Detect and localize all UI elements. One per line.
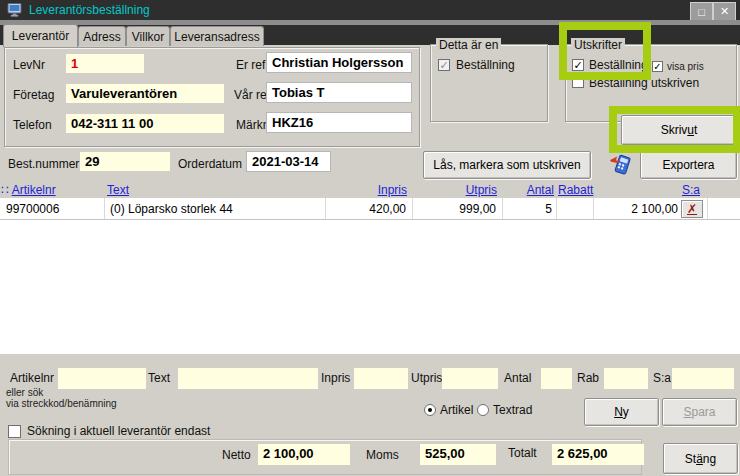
las-markera-button[interactable]: Lås, markera som utskriven: [423, 151, 591, 179]
ny-button[interactable]: Ny: [584, 398, 659, 426]
var-ref-field[interactable]: Tobias T: [266, 82, 412, 103]
foretag-label: Företag: [13, 88, 54, 102]
entry-artikelnr-field[interactable]: [58, 368, 146, 389]
skriv-ut-label-post: t: [694, 123, 697, 137]
orderdatum-field[interactable]: 2021-03-14: [246, 151, 331, 172]
levnr-label: LevNr: [13, 58, 45, 72]
check-icon: ✓: [573, 60, 582, 71]
window-titlebar[interactable]: Leverantörsbeställning: [0, 0, 740, 20]
netto-field: 2 100,00: [258, 444, 350, 465]
delete-row-icon[interactable]: ✗: [681, 200, 703, 218]
entry-text-label: Text: [148, 371, 170, 385]
exportera-button[interactable]: Exportera: [640, 151, 737, 179]
textrad-radio-label: Textrad: [493, 403, 532, 417]
column-header-artikelnr[interactable]: ∷Artikelnr: [0, 183, 105, 197]
cell-sa: 2 100,00 ✗: [594, 198, 708, 219]
entry-utpris-field[interactable]: [442, 368, 498, 389]
entry-inpris-field[interactable]: [354, 368, 408, 389]
app-icon: [7, 3, 23, 17]
stang-label-pre: St: [685, 452, 696, 466]
window-title: Leverantörsbeställning: [29, 3, 150, 17]
skriv-ut-label-pre: Skriv: [661, 123, 688, 137]
telefon-label: Telefon: [13, 118, 52, 132]
table-body-area: [0, 198, 740, 354]
stang-label-post: ng: [703, 452, 716, 466]
textrad-radio[interactable]: [477, 404, 489, 416]
bestallning-disabled-label: Beställning: [456, 58, 515, 72]
markn-field[interactable]: HKZ16: [266, 112, 412, 133]
entry-artikelnr-label: Artikelnr: [10, 371, 54, 385]
foretag-field[interactable]: Varuleverantören: [66, 84, 224, 103]
er-ref-field[interactable]: Christian Holgersson: [266, 52, 412, 73]
tab-leveransadress[interactable]: Leveransadress: [170, 26, 264, 46]
visa-pris-checkbox[interactable]: ✓: [652, 61, 663, 72]
moms-label: Moms: [366, 448, 399, 462]
tab-leverantor[interactable]: Leverantör: [3, 24, 78, 47]
artikel-radio-label: Artikel: [440, 403, 473, 417]
table-header-row: ∷Artikelnr Text Inpris Utpris Antal Raba…: [0, 182, 740, 198]
cell-artikelnr: 99700006: [0, 198, 105, 219]
skriv-ut-label-key: u: [687, 123, 694, 137]
detta-ar-en-title: Detta är en: [436, 38, 501, 52]
grid-marker-icon: ∷: [1, 183, 9, 197]
bestallning-utskriven-label: Beställning utskriven: [589, 76, 699, 90]
export-device-icon[interactable]: [606, 151, 633, 177]
entry-text-field[interactable]: [178, 368, 318, 389]
bestallning-checkbox[interactable]: ✓: [572, 59, 584, 71]
column-header-sa[interactable]: S:a: [594, 183, 708, 197]
bestnummer-field[interactable]: 29: [80, 152, 170, 171]
leverantorsbestallning-window: Leverantörsbeställning □ ✕ Leverantör Ad…: [0, 0, 740, 476]
tab-adress[interactable]: Adress: [78, 26, 126, 46]
artikel-radio[interactable]: [424, 404, 436, 416]
entry-rab-field[interactable]: [604, 368, 648, 389]
entry-utpris-label: Utpris: [411, 371, 442, 385]
table-row[interactable]: 99700006 (0) Löparsko storlek 44 420,00 …: [0, 198, 740, 220]
bestallning-checkbox-label: Beställning: [589, 58, 648, 72]
cell-inpris: 420,00: [326, 198, 413, 219]
totalt-field: 2 625,00: [552, 444, 644, 465]
orderdatum-label: Orderdatum: [178, 157, 242, 171]
totalt-label: Totalt: [508, 446, 537, 460]
utskrifter-title: Utskrifter: [571, 38, 625, 52]
column-header-rabatt[interactable]: Rabatt: [557, 183, 594, 197]
column-header-inpris[interactable]: Inpris: [326, 183, 413, 197]
telefon-field[interactable]: 042-311 11 00: [66, 114, 224, 133]
via-streckkod-label: via streckkod/benämning: [6, 398, 117, 409]
eller-sok-label: eller sök: [6, 387, 43, 398]
cell-antal: 5: [503, 198, 557, 219]
detta-ar-en-groupbox: [430, 44, 548, 122]
spara-label-post: para: [691, 405, 715, 419]
check-icon: ✓: [653, 62, 661, 72]
sokning-label: Sökning i aktuell leverantör endast: [27, 424, 210, 438]
visa-pris-label: visa pris: [667, 61, 704, 72]
levnr-field[interactable]: 1: [66, 54, 144, 73]
entry-sa-label: S:a: [653, 371, 671, 385]
cell-utpris: 999,00: [413, 198, 503, 219]
entry-rab-label: Rab: [577, 371, 599, 385]
er-ref-label: Er ref.: [236, 58, 269, 72]
column-header-text[interactable]: Text: [105, 183, 326, 197]
entry-sa-field[interactable]: [672, 368, 734, 389]
entry-inpris-label: Inpris: [321, 371, 350, 385]
check-icon: ✓: [439, 60, 448, 71]
close-button[interactable]: ✕: [713, 2, 736, 21]
stang-label-key: ä: [696, 452, 703, 466]
stang-button[interactable]: Stäng: [663, 443, 738, 474]
tab-villkor[interactable]: Villkor: [126, 26, 170, 46]
cell-sa-value: 2 100,00: [631, 202, 678, 216]
moms-field: 525,00: [420, 444, 496, 465]
entry-antal-field[interactable]: [541, 368, 572, 389]
titlebar-divider: [0, 20, 740, 25]
column-header-antal[interactable]: Antal: [503, 183, 557, 197]
maximize-button[interactable]: □: [690, 2, 713, 21]
ny-label-post: y: [623, 405, 629, 419]
spara-button[interactable]: Spara: [662, 398, 737, 426]
cell-text: (0) Löparsko storlek 44: [105, 198, 326, 219]
bestnummer-label: Best.nummer: [8, 157, 79, 171]
bestallning-utskriven-checkbox[interactable]: [572, 76, 584, 88]
spara-label-key: S: [683, 405, 691, 419]
column-header-utpris[interactable]: Utpris: [413, 183, 503, 197]
sokning-checkbox[interactable]: [8, 425, 21, 438]
skriv-ut-button[interactable]: Skriv ut: [621, 115, 737, 145]
ny-label-key: N: [614, 405, 623, 419]
